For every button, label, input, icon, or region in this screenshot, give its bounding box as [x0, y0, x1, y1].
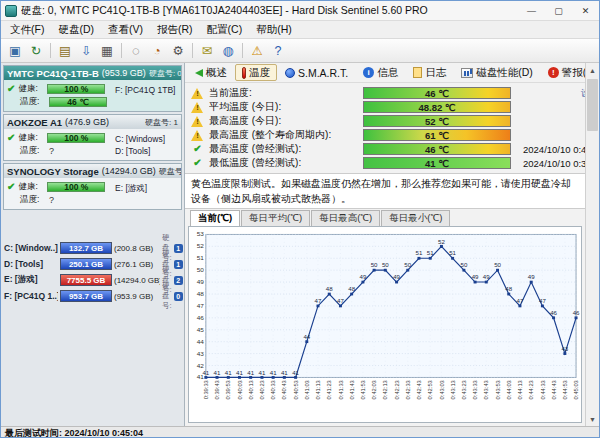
- disk-header: AOKZOE A1 (476.9 GB) 硬盘号: 1: [4, 115, 181, 129]
- temperature-value-bar: 41 ℃: [363, 157, 511, 169]
- main-scrollbar[interactable]: [585, 63, 599, 426]
- chart-tab-daily-average[interactable]: 每日平均(℃): [241, 210, 310, 226]
- svg-text:0:42:43: 0:42:43: [416, 380, 422, 400]
- menu-view[interactable]: 查看(V): [101, 21, 150, 38]
- tab-log[interactable]: 日志: [406, 64, 453, 81]
- temperature-value-bar: 52 ℃: [363, 115, 511, 127]
- disk-volumes: F: [PC41Q 1TB]: [115, 82, 178, 109]
- usage-bar: 132.7 GB: [60, 242, 112, 254]
- svg-text:48: 48: [197, 290, 205, 297]
- chart-tab-daily-max[interactable]: 每日最高(℃): [311, 210, 380, 226]
- svg-text:51: 51: [449, 251, 457, 257]
- partition-disk-number: 硬盘号:0: [162, 281, 183, 311]
- disk-item-0[interactable]: YMTC PC41Q-1TB-B (953.9 GB) 硬盘号: 0 健康:10…: [3, 65, 182, 112]
- partition-row-e[interactable]: E: [游戏] 7755.5 GB (14294.0 GB) 硬盘号:2: [3, 272, 182, 288]
- temp-row-max-lifetime: 最高温度 (整个寿命周期内): 61 ℃: [190, 128, 580, 142]
- svg-text:0:42:33: 0:42:33: [405, 380, 411, 400]
- svg-text:47: 47: [337, 298, 344, 304]
- svg-text:53: 53: [197, 231, 205, 238]
- content: YMTC PC41Q-1TB-B (953.9 GB) 硬盘号: 0 健康:10…: [1, 63, 599, 426]
- report-icon[interactable]: ▤: [55, 41, 75, 60]
- partition-row-c[interactable]: C: [Window..] 132.7 GB (200.8 GB) 硬盘号:1: [3, 240, 182, 256]
- print-icon[interactable]: ▦: [97, 41, 117, 60]
- gauge-icon[interactable]: ◔: [147, 41, 167, 60]
- chart-tab-current[interactable]: 当前(℃): [190, 210, 240, 226]
- thermometer-icon: [242, 67, 246, 79]
- svg-text:43: 43: [561, 346, 569, 352]
- svg-text:45: 45: [197, 326, 205, 333]
- tab-info[interactable]: 信息: [356, 64, 405, 81]
- mail-icon[interactable]: ✉: [197, 41, 217, 60]
- smart-dot-icon: [285, 68, 295, 78]
- menu-file[interactable]: 文件(F): [3, 21, 51, 38]
- svg-text:0:42:03: 0:42:03: [371, 380, 377, 400]
- warning-icon: [191, 88, 204, 99]
- scroll-down-icon[interactable]: [586, 412, 599, 426]
- disk-item-2[interactable]: SYNOLOGY Storage (14294.0 GB) 硬盘号: 2 健康:…: [3, 163, 182, 210]
- svg-text:0:41:43: 0:41:43: [349, 380, 355, 400]
- alert-icon[interactable]: ⚠: [247, 41, 267, 60]
- svg-text:51: 51: [197, 255, 205, 262]
- disk-header: YMTC PC41Q-1TB-B (953.9 GB) 硬盘号: 0: [4, 66, 181, 80]
- partition-row-d[interactable]: D: [Tools] 250.1 GB (276.1 GB) 硬盘号:1: [3, 256, 182, 272]
- tab-temperature[interactable]: 温度: [235, 64, 277, 81]
- svg-text:49: 49: [393, 274, 401, 280]
- temperature-chart: 414243444546474849505152530:39:330:39:43…: [188, 226, 582, 423]
- save-icon[interactable]: ⇩: [76, 41, 96, 60]
- svg-text:48: 48: [348, 286, 356, 292]
- toolbar-separator: [50, 43, 51, 58]
- usage-bar: 250.1 GB: [60, 258, 112, 270]
- menu-help[interactable]: 帮助(H): [249, 21, 299, 38]
- maximize-button[interactable]: ▢: [545, 1, 572, 20]
- app-window: 硬盘: 0, YMTC PC41Q-1TB-B [YMA61T0JA240440…: [0, 0, 600, 438]
- tab-performance[interactable]: 磁盘性能(D): [454, 64, 540, 81]
- help-icon[interactable]: ?: [268, 41, 288, 60]
- scrollbar-track[interactable]: [586, 77, 599, 412]
- svg-text:50: 50: [404, 263, 412, 269]
- svg-text:47: 47: [539, 298, 546, 304]
- close-button[interactable]: ✕: [572, 1, 599, 20]
- scrollbar-thumb[interactable]: [587, 79, 598, 131]
- status-text: 最后测试时间: 2024/10/10 0:45:04: [5, 427, 143, 437]
- svg-text:0:39:43: 0:39:43: [214, 380, 220, 400]
- svg-text:44: 44: [303, 334, 311, 340]
- menu-disk[interactable]: 硬盘(D): [51, 21, 101, 38]
- menu-report[interactable]: 报告(R): [150, 21, 200, 38]
- statusbar: 最后测试时间: 2024/10/10 0:45:04: [1, 426, 599, 437]
- chart-tab-daily-min[interactable]: 每日最小(℃): [381, 210, 450, 226]
- disk-volumes: E: [游戏]: [115, 180, 178, 207]
- svg-text:43: 43: [197, 350, 205, 357]
- warning-icon: [191, 116, 204, 127]
- disk-header: SYNOLOGY Storage (14294.0 GB) 硬盘号: 2: [4, 164, 181, 178]
- svg-text:0:40:43: 0:40:43: [281, 380, 287, 400]
- tab-smart[interactable]: S.M.A.R.T.: [278, 64, 355, 81]
- svg-text:50: 50: [197, 266, 205, 273]
- tab-bar: 概述 温度 S.M.A.R.T. 信息 日志 磁盘性能(D) 警报(A): [185, 63, 585, 83]
- svg-text:50: 50: [494, 263, 502, 269]
- minimize-button[interactable]: —: [518, 1, 545, 20]
- svg-text:48: 48: [326, 286, 334, 292]
- svg-text:0:40:23: 0:40:23: [259, 380, 265, 400]
- warning-icon: [191, 130, 204, 141]
- svg-text:44: 44: [197, 338, 205, 345]
- svg-text:0:42:23: 0:42:23: [394, 380, 400, 400]
- settings-icon[interactable]: ⚙: [168, 41, 188, 60]
- svg-text:0:43:33: 0:43:33: [472, 380, 478, 400]
- globe-icon[interactable]: ◍: [218, 41, 238, 60]
- ok-check-icon: [193, 144, 201, 154]
- disk-icon[interactable]: ▣: [5, 41, 25, 60]
- disk-item-1[interactable]: AOKZOE A1 (476.9 GB) 硬盘号: 1 健康:100 % 温度:…: [3, 114, 182, 161]
- svg-text:49: 49: [197, 278, 205, 285]
- partition-row-f[interactable]: F: [PC41Q 1..] 953.7 GB (953.9 GB) 硬盘号:0: [3, 288, 182, 304]
- search-icon[interactable]: ◌: [126, 41, 146, 60]
- tab-overview[interactable]: 概述: [188, 64, 234, 81]
- scroll-up-icon[interactable]: [586, 63, 599, 77]
- disk-number-badge: 0: [174, 292, 183, 301]
- temperature-value-bar: 46 ℃: [363, 87, 511, 99]
- refresh-icon[interactable]: ↻: [26, 41, 46, 60]
- svg-text:42: 42: [197, 362, 205, 369]
- partition-list: C: [Window..] 132.7 GB (200.8 GB) 硬盘号:1 …: [3, 240, 182, 304]
- svg-text:52: 52: [197, 243, 205, 250]
- menu-config[interactable]: 配置(C): [200, 21, 250, 38]
- temperature-note: 黄色温度限制测试。如果磁盘温度仍然在增加，那么推荐您如果可能，请使用硬盘冷却设备…: [185, 173, 585, 209]
